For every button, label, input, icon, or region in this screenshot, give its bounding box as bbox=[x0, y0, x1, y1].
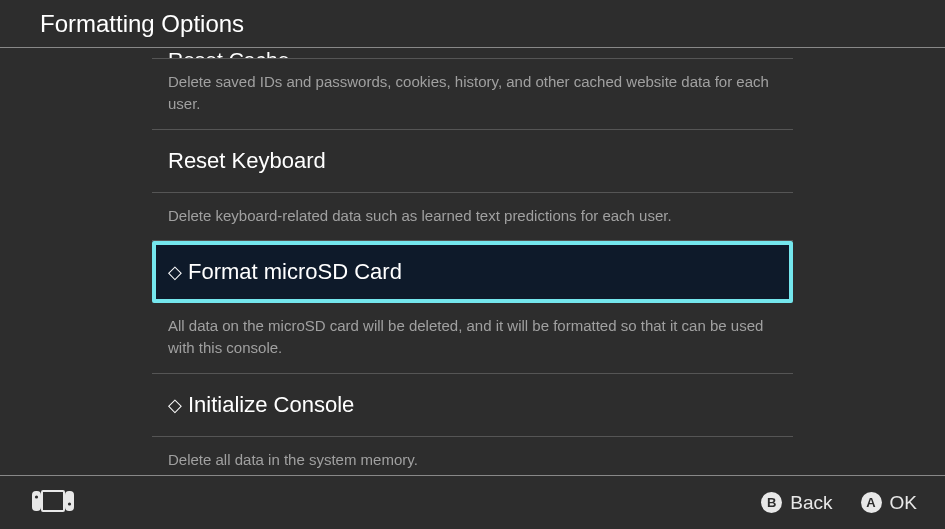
ok-label: OK bbox=[890, 492, 917, 514]
back-label: Back bbox=[790, 492, 832, 514]
initialize-console-desc: Delete all data in the system memory. bbox=[152, 437, 793, 475]
reset-keyboard-title[interactable]: Reset Keyboard bbox=[152, 130, 793, 192]
reset-cache-desc: Delete saved IDs and passwords, cookies,… bbox=[152, 59, 793, 129]
header-bar: Formatting Options bbox=[0, 0, 945, 48]
footer-right: B Back A OK bbox=[761, 492, 917, 514]
svg-rect-2 bbox=[65, 491, 74, 511]
list-item: ◇ Initialize Console Delete all data in … bbox=[152, 374, 793, 475]
list-item: ◇ Format microSD Card All data on the mi… bbox=[152, 241, 793, 373]
svg-point-3 bbox=[35, 495, 38, 498]
svg-point-4 bbox=[68, 502, 71, 505]
options-list: Reset Cache Delete saved IDs and passwor… bbox=[152, 48, 793, 475]
content-area: Reset Cache Delete saved IDs and passwor… bbox=[0, 48, 945, 475]
format-microsd-desc: All data on the microSD card will be del… bbox=[152, 303, 793, 373]
page-title: Formatting Options bbox=[40, 10, 244, 38]
controller-icon bbox=[28, 489, 78, 513]
reset-keyboard-desc: Delete keyboard-related data such as lea… bbox=[152, 193, 793, 241]
footer-left bbox=[28, 489, 78, 517]
initialize-console-button[interactable]: ◇ Initialize Console bbox=[152, 374, 793, 436]
initialize-console-label: Initialize Console bbox=[188, 392, 354, 418]
format-microsd-button[interactable]: ◇ Format microSD Card bbox=[152, 241, 793, 303]
format-microsd-label: Format microSD Card bbox=[188, 259, 402, 285]
list-item: Reset Keyboard Delete keyboard-related d… bbox=[152, 130, 793, 241]
reset-cache-title[interactable]: Reset Cache bbox=[152, 48, 793, 58]
svg-rect-1 bbox=[42, 491, 64, 511]
ok-hint[interactable]: A OK bbox=[861, 492, 917, 514]
back-hint[interactable]: B Back bbox=[761, 492, 832, 514]
diamond-icon: ◇ bbox=[168, 261, 182, 283]
svg-rect-0 bbox=[32, 491, 41, 511]
b-button-icon: B bbox=[761, 492, 782, 513]
footer-bar: B Back A OK bbox=[0, 475, 945, 529]
list-item: Reset Cache Delete saved IDs and passwor… bbox=[152, 48, 793, 129]
diamond-icon: ◇ bbox=[168, 394, 182, 416]
a-button-icon: A bbox=[861, 492, 882, 513]
